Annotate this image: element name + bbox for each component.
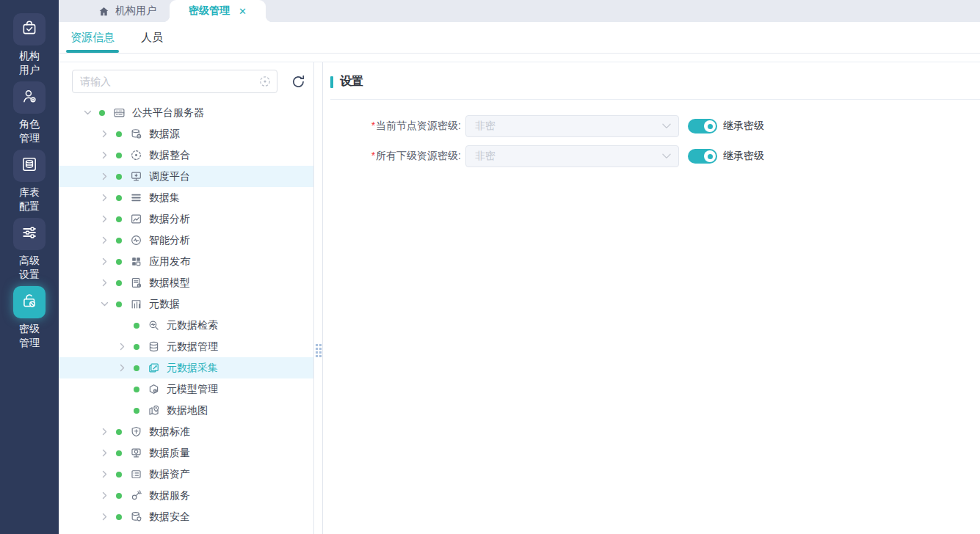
refresh-button[interactable]: [290, 73, 306, 89]
tree-node[interactable]: 元模型管理: [59, 378, 313, 400]
asset-icon: [129, 468, 142, 481]
sidebar-tile[interactable]: [13, 150, 46, 182]
chevron-down-icon[interactable]: [81, 109, 94, 117]
chevron-down-icon: [662, 123, 671, 129]
chevron-down-icon: [662, 153, 671, 159]
chevron-right-icon[interactable]: [98, 257, 111, 266]
locate-target-icon[interactable]: [258, 75, 272, 88]
chevron-right-icon[interactable]: [98, 428, 111, 436]
chevron-right-icon[interactable]: [98, 130, 111, 138]
sidebar-item-org-user[interactable]: 机构 用户: [13, 13, 46, 77]
sidebar-item-table-config[interactable]: 库表 配置: [13, 150, 46, 213]
tree-node[interactable]: 元数据: [59, 293, 313, 315]
chevron-down-icon[interactable]: [98, 300, 111, 308]
status-dot: [134, 365, 139, 371]
sidebar-item-role-mgmt[interactable]: 角色 管理: [13, 81, 46, 145]
chevron-right-icon[interactable]: [98, 491, 111, 500]
tree-node[interactable]: 数据分析: [59, 208, 313, 230]
metadata-icon: [129, 298, 142, 311]
standard-icon: [129, 425, 142, 439]
chevron-right-icon[interactable]: [98, 172, 111, 180]
chevron-down-icon: [84, 109, 92, 117]
chevron-right-icon[interactable]: [98, 470, 111, 478]
tree-node[interactable]: 应用发布: [59, 251, 313, 272]
toggle-knob: [704, 120, 716, 132]
sidebar-item-label: 机构 用户: [19, 49, 40, 77]
tree-node-label: 公共平台服务器: [132, 106, 204, 120]
inherit-toggle-1[interactable]: [688, 149, 717, 164]
sidebar-item-advanced-settings[interactable]: 高级 设置: [13, 218, 46, 282]
tree-node[interactable]: 数据标准: [59, 421, 313, 442]
sidebar-item-security-level[interactable]: 密级 管理: [13, 286, 46, 350]
tree-node[interactable]: 调度平台: [59, 166, 313, 187]
sidebar-tile[interactable]: [13, 81, 46, 114]
chevron-right-icon[interactable]: [98, 513, 111, 521]
chevron-right-icon[interactable]: [98, 449, 111, 457]
inherit-toggle-0[interactable]: [688, 119, 717, 134]
tree-node[interactable]: 数据资产: [59, 464, 313, 485]
section-accent-bar: [330, 76, 333, 88]
chevron-right-icon: [118, 364, 126, 372]
status-dot: [116, 153, 122, 158]
content-area: 公共平台服务器 数据源 数据整合 调度平台 数据集 数据分析 智能分析: [59, 62, 980, 534]
tree-node[interactable]: 元数据管理: [59, 336, 313, 357]
chevron-right-icon[interactable]: [98, 194, 111, 202]
dataset-icon: [129, 191, 142, 205]
meta-db-icon: [147, 340, 160, 354]
tree-search-row: [72, 70, 313, 93]
tree-node[interactable]: 元数据采集: [59, 357, 313, 378]
subtab-personnel[interactable]: 人员: [141, 22, 163, 53]
status-dot: [134, 323, 139, 329]
sidebar-tile[interactable]: [13, 218, 46, 250]
chevron-right-icon: [101, 215, 109, 223]
search-input[interactable]: [72, 70, 277, 93]
sidebar-item-label: 高级 设置: [19, 254, 40, 282]
chevron-right-icon[interactable]: [115, 364, 128, 372]
chevron-right-icon[interactable]: [115, 343, 128, 351]
field-label: *当前节点资源密级:: [330, 120, 461, 133]
tree-node[interactable]: 数据源: [59, 123, 313, 145]
lock-slash-icon: [21, 292, 38, 312]
chevron-right-icon: [101, 449, 109, 457]
tree-node[interactable]: 数据地图: [59, 400, 313, 421]
splitter-grip-icon[interactable]: [316, 344, 322, 357]
tree-node[interactable]: 智能分析: [59, 230, 313, 251]
chevron-right-icon: [101, 172, 109, 180]
status-dot: [116, 131, 122, 137]
tree-node[interactable]: 数据质量: [59, 442, 313, 464]
chevron-right-icon[interactable]: [98, 279, 111, 287]
panel-splitter[interactable]: [313, 62, 323, 534]
chevron-right-icon[interactable]: [98, 236, 111, 244]
sidebar-item-label: 密级 管理: [19, 322, 40, 350]
sidebar-item-label: 角色 管理: [19, 117, 40, 145]
home-icon: [98, 6, 109, 17]
briefcase-check-icon: [21, 19, 38, 40]
tree-node[interactable]: 数据服务: [59, 485, 313, 506]
tree-node[interactable]: 数据集: [59, 187, 313, 208]
settings-header: 设置: [330, 74, 980, 100]
tab-org-user[interactable]: 机构用户: [85, 0, 170, 22]
sidebar-tile[interactable]: [13, 13, 46, 45]
chevron-right-icon: [101, 513, 109, 521]
subtab-resource-info[interactable]: 资源信息: [70, 22, 115, 53]
tree-node[interactable]: 数据整合: [59, 145, 313, 166]
security-level-select-1[interactable]: 非密: [465, 145, 679, 167]
status-dot: [116, 174, 122, 180]
tree-node[interactable]: 元数据检索: [59, 315, 313, 336]
refresh-icon: [291, 75, 305, 89]
tab-security-level[interactable]: 密级管理 ✕: [170, 0, 266, 22]
tree-node[interactable]: 数据安全: [59, 506, 313, 527]
sidebar-tile[interactable]: [13, 286, 46, 318]
chevron-right-icon[interactable]: [98, 151, 111, 159]
required-asterisk: *: [371, 150, 375, 161]
select-value: 非密: [475, 120, 496, 133]
status-dot: [116, 216, 122, 222]
tree-node[interactable]: 数据模型: [59, 272, 313, 293]
chevron-right-icon[interactable]: [98, 215, 111, 223]
tree-node[interactable]: 公共平台服务器: [59, 102, 313, 123]
close-icon[interactable]: ✕: [239, 6, 247, 17]
meta-model-icon: [147, 383, 160, 396]
chevron-right-icon: [101, 470, 109, 478]
quality-icon: [129, 447, 142, 460]
security-level-select-0[interactable]: 非密: [465, 115, 679, 137]
